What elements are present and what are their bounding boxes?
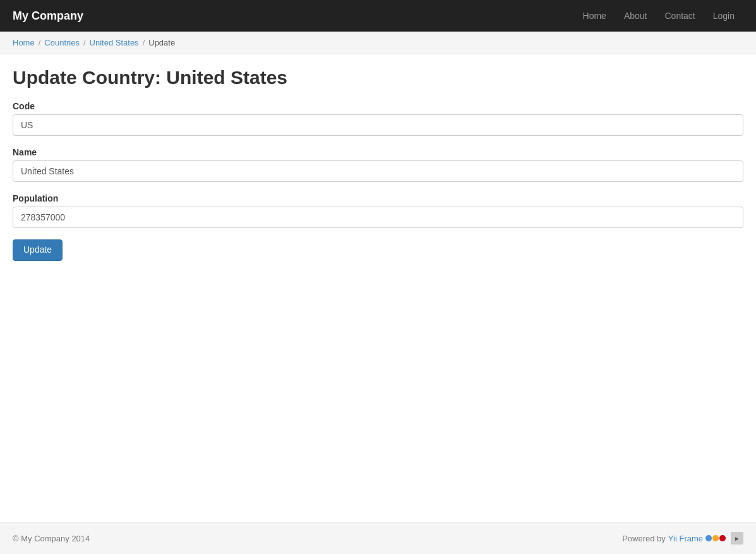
page-title: Update Country: United States	[13, 67, 743, 88]
form-group-code: Code	[13, 101, 743, 136]
footer-yii-link[interactable]: Yii Frame	[668, 534, 703, 543]
yii-logo	[705, 535, 726, 541]
navbar: My Company Home About Contact Login	[0, 0, 756, 32]
scroll-right-icon[interactable]: ►	[731, 532, 743, 545]
form-group-population: Population	[13, 193, 743, 228]
footer-powered: Powered by Yii Frame ►	[622, 532, 743, 545]
name-input[interactable]	[13, 160, 743, 182]
nav-item-home: Home	[574, 0, 615, 32]
breadcrumb-item-update: Update	[139, 38, 176, 47]
breadcrumb-link-countries[interactable]: Countries	[44, 38, 80, 47]
footer: © My Company 2014 Powered by Yii Frame ►	[0, 522, 756, 554]
nav-item-contact: Contact	[656, 0, 704, 32]
nav-item-login: Login	[704, 0, 743, 32]
breadcrumb-link-home[interactable]: Home	[13, 38, 35, 47]
update-button[interactable]: Update	[13, 239, 63, 261]
breadcrumb: Home Countries United States Update	[13, 38, 743, 47]
breadcrumb-item-countries: Countries	[35, 38, 80, 47]
breadcrumb-active: Update	[148, 38, 175, 47]
population-label: Population	[13, 193, 743, 203]
update-country-form: Code Name Population Update	[13, 101, 743, 261]
yii-logo-dot-yellow	[712, 535, 719, 541]
nav-item-about: About	[615, 0, 656, 32]
nav-link-home[interactable]: Home	[574, 0, 615, 32]
footer-powered-by-text: Powered by	[622, 534, 666, 543]
code-label: Code	[13, 101, 743, 111]
breadcrumb-item-home: Home	[13, 38, 35, 47]
footer-copyright: © My Company 2014	[13, 534, 90, 543]
navbar-nav: Home About Contact Login	[574, 0, 743, 32]
nav-link-about[interactable]: About	[615, 0, 656, 32]
population-input[interactable]	[13, 207, 743, 228]
nav-link-login[interactable]: Login	[704, 0, 743, 32]
breadcrumb-bar: Home Countries United States Update	[0, 32, 756, 54]
main-content: Update Country: United States Code Name …	[0, 54, 756, 522]
form-group-name: Name	[13, 147, 743, 182]
breadcrumb-link-united-states[interactable]: United States	[90, 38, 139, 47]
yii-logo-dot-blue	[705, 535, 712, 541]
breadcrumb-item-united-states: United States	[80, 38, 139, 47]
nav-link-contact[interactable]: Contact	[656, 0, 704, 32]
name-label: Name	[13, 147, 743, 157]
navbar-brand[interactable]: My Company	[13, 9, 83, 23]
code-input[interactable]	[13, 114, 743, 136]
yii-logo-dot-red	[719, 535, 726, 541]
